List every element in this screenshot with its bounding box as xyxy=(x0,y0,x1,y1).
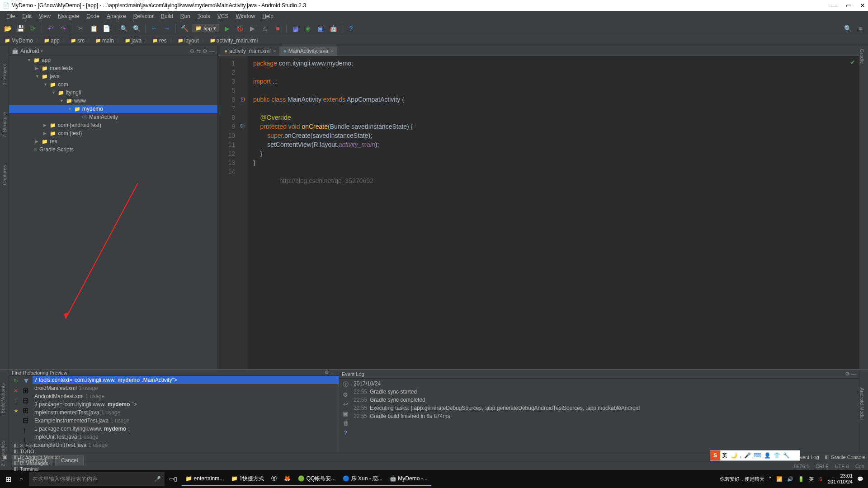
tree-icon[interactable]: ⊞ xyxy=(23,406,33,415)
redo-icon[interactable]: ↷ xyxy=(58,23,68,33)
hide-icon[interactable]: — xyxy=(209,48,215,54)
layout-icon[interactable]: ▣ xyxy=(316,23,326,33)
sdk-icon[interactable]: ◉ xyxy=(303,23,313,33)
tree-row[interactable]: ▶📁com (test) xyxy=(9,129,217,137)
search-everywhere-icon[interactable]: 🔍 xyxy=(843,23,853,33)
tree-row[interactable]: ▼📁mydemo xyxy=(9,105,217,113)
encoding[interactable]: UTF-8 xyxy=(835,464,849,469)
ime-floating-bar[interactable]: S 英 🌙 , 🎤 ⌨ 👤 👕 🔧 xyxy=(710,450,800,461)
menu-item[interactable]: Window xyxy=(233,12,258,20)
menu-item[interactable]: Navigate xyxy=(55,12,82,20)
android-model-tab[interactable]: Android Model xyxy=(859,370,865,420)
tree-row[interactable]: ▼📁java xyxy=(9,72,217,80)
menu-item[interactable]: Help xyxy=(259,12,276,20)
menu-item[interactable]: Analyze xyxy=(104,12,129,20)
tree-row[interactable]: ▼📁app xyxy=(9,56,217,64)
breadcrumb-item[interactable]: 📁 layout xyxy=(176,38,201,44)
wrap-icon[interactable]: ↩ xyxy=(343,401,348,408)
tree-row[interactable]: ▶📁com (androidTest) xyxy=(9,121,217,129)
hide-icon[interactable]: — xyxy=(851,371,856,377)
undo-icon[interactable]: ↶ xyxy=(46,23,56,33)
editor-tab[interactable]: ●activity_main.xml× xyxy=(221,47,279,56)
copy-icon[interactable]: 📋 xyxy=(89,23,99,33)
dock-tab[interactable]: ◧ Terminal xyxy=(14,466,60,472)
tree-row[interactable]: ⊙Gradle Scripts xyxy=(9,145,217,154)
find-icon[interactable]: 🔍 xyxy=(119,23,129,33)
find-result-row[interactable]: 1 package com.ityingli.www.mydemo; xyxy=(33,425,339,433)
group-icon[interactable]: ⊞ xyxy=(23,386,33,395)
settings-icon[interactable]: ⚙ xyxy=(343,391,348,398)
dock-tab[interactable]: ◧ 0: Messages xyxy=(14,460,60,466)
project-view-selector[interactable]: Android xyxy=(20,48,39,54)
rerun-icon[interactable]: ↻ xyxy=(12,377,20,385)
attach-icon[interactable]: ⎌ xyxy=(260,23,270,33)
help-icon[interactable]: ? xyxy=(346,23,356,33)
left-tab[interactable]: 2: Favorites xyxy=(0,427,5,480)
breadcrumb-item[interactable]: 📁 java xyxy=(123,38,143,44)
clear-icon[interactable]: 🗑 xyxy=(343,420,349,427)
menu-item[interactable]: Tools xyxy=(195,12,213,20)
tree-row[interactable]: ▼📁www xyxy=(9,97,217,105)
flat-icon[interactable]: ⊟ xyxy=(23,416,33,425)
gear-icon[interactable]: ⚙ xyxy=(325,370,329,375)
taskbar-app[interactable]: 🤖 MyDemo -... xyxy=(386,472,431,486)
menu-item[interactable]: Edit xyxy=(19,12,34,20)
battery-icon[interactable]: 🔋 xyxy=(798,476,804,482)
tree-row[interactable]: ▶📁res xyxy=(9,137,217,145)
find-result-row[interactable]: 3 package="com.ityingli.www.mydemo"> xyxy=(33,400,339,408)
context[interactable]: Con xyxy=(855,464,864,469)
settings-icon[interactable]: ⚙ xyxy=(203,48,208,54)
left-tab[interactable]: 7: Structure xyxy=(2,112,7,138)
find-results-list[interactable]: 7 tools:context="com.ityingli.www.mydemo… xyxy=(33,376,339,454)
breadcrumb-item[interactable]: 📁 MyDemo xyxy=(3,38,35,44)
run-icon[interactable]: ▶ xyxy=(222,23,232,33)
breadcrumb-item[interactable]: 📁 src xyxy=(69,38,86,44)
run-config-selector[interactable]: 📁 app ▾ xyxy=(192,24,219,32)
tree-row[interactable]: ▼📁com xyxy=(9,80,217,89)
cut-icon[interactable]: ✂ xyxy=(76,23,86,33)
forward-icon[interactable]: → xyxy=(162,23,172,33)
event-log-list[interactable]: 2017/10/2422:55Gradle sync started22:55G… xyxy=(352,379,859,452)
scroll-icon[interactable]: ▣ xyxy=(343,410,348,417)
paste-icon[interactable]: 📄 xyxy=(101,23,111,33)
pin-icon[interactable]: ★ xyxy=(12,407,20,415)
dock-tab[interactable]: ◧ 3: Find xyxy=(14,442,60,448)
editor-tab[interactable]: ●MainActivity.java× xyxy=(279,47,337,56)
filter2-icon[interactable]: ⊟ xyxy=(23,396,33,405)
taskbar-app[interactable]: ⓔ xyxy=(268,472,280,486)
left-tab[interactable]: 1: Project xyxy=(2,64,7,85)
info-icon[interactable]: ⓘ xyxy=(343,380,349,389)
help-icon[interactable]: ? xyxy=(344,429,347,436)
debug-icon[interactable]: 🐞 xyxy=(235,23,245,33)
android-icon[interactable]: 🤖 xyxy=(328,23,338,33)
menu-item[interactable]: VCS xyxy=(215,12,231,20)
notifications-icon[interactable]: 💬 xyxy=(857,476,863,482)
taskbar-app[interactable]: 🦊 xyxy=(280,472,294,486)
scroll-from-icon[interactable]: ⇆ xyxy=(196,48,201,54)
close-icon[interactable]: ✕ xyxy=(12,387,20,395)
save-icon[interactable]: 💾 xyxy=(15,23,25,33)
taskbar-app[interactable]: 📁 entertainm... xyxy=(182,472,227,486)
find-result-row[interactable]: ExampleUnitTest.java 1 usage xyxy=(33,441,339,449)
menu-item[interactable]: File xyxy=(4,12,18,20)
sync-icon[interactable]: ⟳ xyxy=(28,23,38,33)
breadcrumb-item[interactable]: 📁 main xyxy=(94,38,116,44)
breadcrumb-item[interactable]: 📁 activity_main.xml xyxy=(208,38,259,44)
recent-files-icon[interactable]: ≡ xyxy=(855,23,865,33)
left-tab[interactable]: Captures xyxy=(2,165,7,185)
profile-icon[interactable]: ▶ xyxy=(247,23,257,33)
stop-icon[interactable]: ■ xyxy=(273,23,283,33)
back-icon[interactable]: ← xyxy=(149,23,159,33)
tray-arrow-icon[interactable]: ˄ xyxy=(769,476,772,482)
dock-tab[interactable]: ◧ 6: Android Monitor xyxy=(14,454,60,460)
volume-icon[interactable]: 🔊 xyxy=(787,476,793,482)
make-icon[interactable]: 🔨 xyxy=(179,23,189,33)
gear-icon[interactable]: ⚙ xyxy=(845,371,849,377)
taskbar-search[interactable]: 在这里输入你要搜索的内容 🎤 xyxy=(29,472,165,486)
maximize-button[interactable]: ▭ xyxy=(846,2,852,9)
left-tab[interactable]: Build Variants xyxy=(0,370,5,427)
expand-icon[interactable]: ↕ xyxy=(12,397,20,405)
collapse-icon[interactable]: ⊖ xyxy=(190,48,194,54)
find-result-row[interactable]: 7 tools:context="com.ityingli.www.mydemo… xyxy=(33,376,339,384)
replace-icon[interactable]: 🔍 xyxy=(132,23,142,33)
